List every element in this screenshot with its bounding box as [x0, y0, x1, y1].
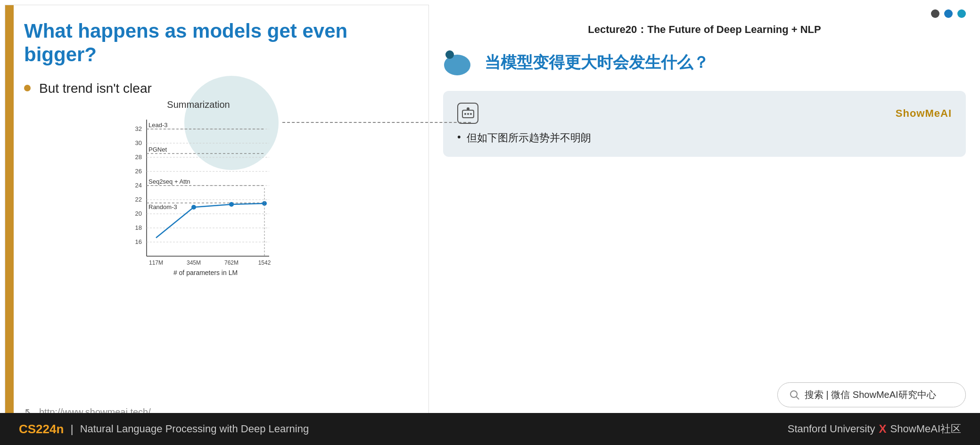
ai-badge — [457, 103, 478, 124]
cn-bullet-dot: • — [457, 131, 461, 143]
svg-text:762M: 762M — [224, 259, 239, 266]
university-name: Stanford University — [788, 423, 875, 435]
ai-card-header: ShowMeAI — [457, 103, 952, 124]
bottom-right: Stanford University X ShowMeAI社区 — [788, 422, 961, 436]
search-icon — [790, 390, 800, 400]
svg-text:32: 32 — [135, 125, 142, 132]
svg-text:# of parameters in LM: # of parameters in LM — [173, 269, 238, 276]
svg-point-42 — [464, 113, 466, 115]
svg-line-46 — [796, 396, 799, 399]
search-bar[interactable]: 搜索 | 微信 ShowMeAI研究中心 — [777, 382, 966, 407]
chart-svg: 32 30 28 26 24 — [118, 115, 279, 280]
svg-text:1542: 1542 — [258, 259, 271, 266]
svg-text:18: 18 — [135, 224, 142, 231]
dot-1 — [931, 9, 939, 18]
slide-area: What happens as models get even bigger? … — [5, 5, 429, 429]
svg-point-43 — [467, 113, 469, 115]
svg-text:16: 16 — [135, 238, 142, 245]
bullet-dot-icon — [24, 85, 31, 91]
main-container: What happens as models get even bigger? … — [0, 0, 980, 445]
course-name: Natural Language Processing with Deep Le… — [80, 423, 309, 435]
svg-text:Seq2seq + Attn: Seq2seq + Attn — [148, 178, 190, 185]
ai-card-bullet: • 但如下图所示趋势并不明朗 — [457, 131, 952, 145]
bottom-left: CS224n | Natural Language Processing wit… — [19, 422, 309, 437]
bottom-bar: CS224n | Natural Language Processing wit… — [0, 413, 980, 445]
svg-text:345M: 345M — [187, 259, 201, 266]
x-mark: X — [879, 422, 887, 436]
chart-svg-wrapper: 32 30 28 26 24 — [118, 115, 279, 280]
showmeai-brand: ShowMeAI — [896, 107, 952, 120]
svg-point-38 — [445, 50, 454, 59]
svg-text:Random-3: Random-3 — [148, 203, 177, 210]
svg-text:Lead-3: Lead-3 — [148, 121, 167, 129]
svg-text:24: 24 — [135, 182, 142, 189]
cn-title-section: 当模型变得更大时会发生什么？ — [443, 46, 966, 79]
svg-text:28: 28 — [135, 154, 142, 161]
cn-title-text: 当模型变得更大时会发生什么？ — [485, 52, 709, 73]
svg-point-28 — [191, 205, 196, 210]
svg-text:PGNet: PGNet — [148, 146, 167, 153]
chart-container: Summarization 32 30 — [99, 99, 297, 297]
slide-content: What happens as models get even bigger? … — [5, 5, 428, 428]
svg-text:20: 20 — [135, 210, 142, 217]
cn-title-icon — [443, 46, 476, 79]
dot-2 — [944, 9, 953, 18]
search-text: 搜索 | 微信 ShowMeAI研究中心 — [805, 388, 936, 401]
cn-bullet-text: 但如下图所示趋势并不明朗 — [467, 131, 591, 145]
svg-point-45 — [791, 391, 797, 397]
slide-bullet-text: But trend isn't clear — [39, 81, 152, 96]
svg-text:117M: 117M — [149, 259, 163, 266]
connector-line — [282, 122, 471, 123]
svg-point-29 — [229, 202, 234, 207]
ai-card: ShowMeAI • 但如下图所示趋势并不明朗 — [443, 91, 966, 157]
right-panel: Lecture20：The Future of Deep Learning + … — [429, 0, 980, 445]
svg-text:26: 26 — [135, 168, 142, 175]
svg-text:22: 22 — [135, 196, 142, 203]
bottom-separator: | — [70, 422, 73, 436]
chart-title: Summarization — [99, 99, 297, 110]
svg-text:30: 30 — [135, 139, 142, 146]
cs-badge: CS224n — [19, 422, 64, 437]
svg-point-44 — [470, 113, 472, 115]
lecture-header: Lecture20：The Future of Deep Learning + … — [443, 23, 966, 37]
dots-row — [443, 9, 966, 18]
dot-3 — [957, 9, 966, 18]
slide-title: What happens as models get even bigger? — [24, 19, 414, 67]
brand-name: ShowMeAI社区 — [890, 422, 961, 436]
